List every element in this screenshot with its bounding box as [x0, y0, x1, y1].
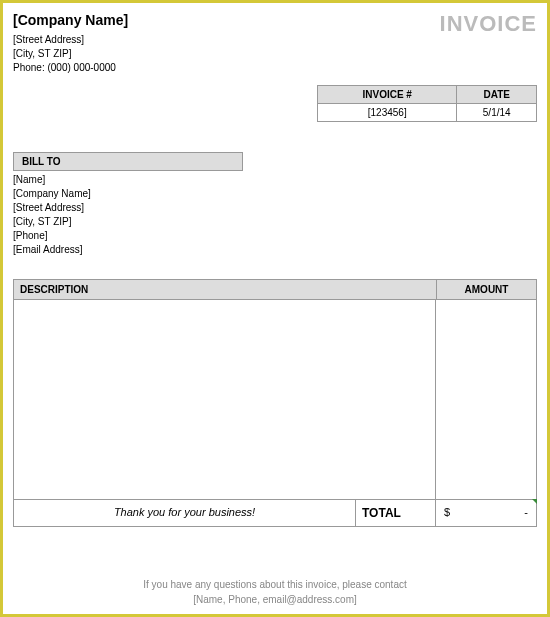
bill-to-header: BILL TO	[13, 152, 243, 171]
billto-name: [Name]	[13, 173, 537, 187]
totals-row: Thank you for your business! TOTAL $ -	[13, 500, 537, 527]
thank-you-message: Thank you for your business!	[14, 500, 356, 526]
line-items-body	[13, 300, 537, 500]
billto-email: [Email Address]	[13, 243, 537, 257]
total-value: -	[524, 506, 528, 520]
header: [Company Name] [Street Address] [City, S…	[13, 11, 537, 75]
total-amount: $ -	[436, 500, 536, 526]
footer-line2: [Name, Phone, email@address.com]	[13, 592, 537, 607]
description-column-header: DESCRIPTION	[14, 279, 437, 299]
amount-column	[436, 300, 536, 499]
billto-street: [Street Address]	[13, 201, 537, 215]
company-city: [City, ST ZIP]	[13, 47, 128, 61]
company-block: [Company Name] [Street Address] [City, S…	[13, 11, 128, 75]
billto-company: [Company Name]	[13, 187, 537, 201]
invoice-date-header: DATE	[457, 85, 537, 103]
invoice-date-value: 5/1/14	[457, 103, 537, 121]
invoice-title: INVOICE	[440, 11, 537, 37]
invoice-number-value: [123456]	[318, 103, 457, 121]
footer-line1: If you have any questions about this inv…	[13, 577, 537, 592]
currency-symbol: $	[444, 506, 450, 520]
amount-column-header: AMOUNT	[437, 279, 537, 299]
description-column	[14, 300, 436, 499]
line-items-header: DESCRIPTION AMOUNT	[13, 279, 537, 300]
company-phone: Phone: (000) 000-0000	[13, 61, 128, 75]
invoice-number-header: INVOICE #	[318, 85, 457, 103]
billto-phone: [Phone]	[13, 229, 537, 243]
invoice-meta-table: INVOICE # DATE [123456] 5/1/14	[317, 85, 537, 122]
billto-city: [City, ST ZIP]	[13, 215, 537, 229]
total-label: TOTAL	[356, 500, 436, 526]
bill-to-section: BILL TO [Name] [Company Name] [Street Ad…	[13, 152, 537, 257]
bill-to-body: [Name] [Company Name] [Street Address] […	[13, 173, 537, 257]
company-street: [Street Address]	[13, 33, 128, 47]
footer: If you have any questions about this inv…	[13, 577, 537, 607]
company-name: [Company Name]	[13, 11, 128, 31]
